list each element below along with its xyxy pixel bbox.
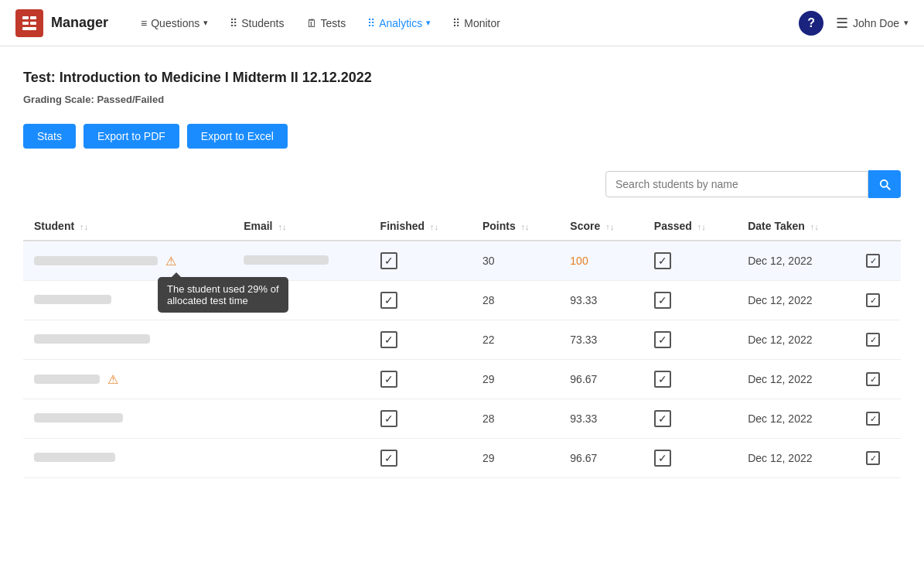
student-placeholder bbox=[34, 413, 123, 422]
finished-cell: ✓ bbox=[370, 360, 472, 399]
action-cell: ✓ bbox=[855, 399, 901, 439]
points-cell: 28 bbox=[472, 399, 559, 439]
stats-button[interactable]: Stats bbox=[23, 124, 76, 149]
passed-cell: ✓ bbox=[643, 399, 737, 439]
email-cell bbox=[233, 399, 369, 439]
email-cell bbox=[233, 439, 369, 478]
col-points[interactable]: Points ↑↓ bbox=[472, 212, 559, 241]
student-name-wrap: ⚠ The student used 29% ofallocated test … bbox=[34, 254, 176, 269]
student-cell: ⚠ The student used 29% ofallocated test … bbox=[23, 241, 233, 281]
date-taken-cell: Dec 12, 2022 bbox=[737, 281, 855, 320]
grading-scale: Grading Scale: Passed/Failed bbox=[23, 94, 901, 105]
export-pdf-button[interactable]: Export to PDF bbox=[84, 124, 179, 149]
action-cell: ✓ bbox=[855, 439, 901, 478]
action-checkbox[interactable]: ✓ bbox=[866, 293, 880, 307]
finished-checkbox: ✓ bbox=[380, 331, 397, 348]
nav-right: ? ☰ John Doe ▾ bbox=[799, 11, 909, 36]
action-checkbox[interactable]: ✓ bbox=[866, 254, 880, 268]
search-button[interactable] bbox=[868, 170, 901, 198]
nav-item-tests[interactable]: 🗓 Tests bbox=[297, 11, 356, 36]
col-passed[interactable]: Passed ↑↓ bbox=[643, 212, 737, 241]
passed-checkbox: ✓ bbox=[654, 292, 671, 309]
points-cell: 29 bbox=[472, 439, 559, 478]
finished-cell: ✓ bbox=[370, 439, 472, 478]
sort-icon-points: ↑↓ bbox=[521, 222, 530, 231]
passed-cell: ✓ bbox=[643, 241, 737, 281]
date-taken-cell: Dec 12, 2022 bbox=[737, 320, 855, 360]
student-placeholder bbox=[34, 256, 158, 265]
finished-checkbox: ✓ bbox=[380, 410, 397, 427]
date-taken-cell: Dec 12, 2022 bbox=[737, 241, 855, 281]
chevron-down-icon: ▾ bbox=[203, 18, 208, 28]
nav-items: ≡ Questions ▾ ⠿ Students 🗓 Tests ⠿ Analy… bbox=[131, 11, 799, 36]
passed-checkbox: ✓ bbox=[654, 331, 671, 348]
svg-rect-3 bbox=[30, 22, 36, 25]
passed-cell: ✓ bbox=[643, 439, 737, 478]
action-buttons: Stats Export to PDF Export to Excel bbox=[23, 124, 901, 149]
action-cell: ✓ bbox=[855, 241, 901, 281]
action-checkbox[interactable]: ✓ bbox=[866, 372, 880, 386]
date-taken-cell: Dec 12, 2022 bbox=[737, 360, 855, 399]
student-cell bbox=[23, 399, 233, 439]
chevron-down-icon-analytics: ▾ bbox=[426, 18, 431, 28]
action-cell: ✓ bbox=[855, 281, 901, 320]
score-cell: 93.33 bbox=[559, 281, 643, 320]
svg-rect-1 bbox=[30, 16, 36, 19]
nav-item-questions[interactable]: ≡ Questions ▾ bbox=[131, 11, 217, 36]
sort-icon-finished: ↑↓ bbox=[430, 222, 438, 231]
sort-icon-passed: ↑↓ bbox=[697, 222, 706, 231]
student-placeholder bbox=[34, 375, 100, 384]
page-title: Test: Introduction to Medicine I Midterm… bbox=[23, 70, 901, 86]
brand-name: Manager bbox=[51, 15, 108, 31]
student-cell: ⚠ bbox=[23, 360, 233, 399]
finished-cell: ✓ bbox=[370, 241, 472, 281]
date-taken-cell: Dec 12, 2022 bbox=[737, 399, 855, 439]
export-excel-button[interactable]: Export to Excel bbox=[187, 124, 288, 149]
questions-icon: ≡ bbox=[141, 17, 147, 29]
monitor-icon: ⠿ bbox=[452, 17, 460, 29]
user-chevron-icon: ▾ bbox=[904, 18, 909, 28]
col-student[interactable]: Student ↑↓ bbox=[23, 212, 233, 241]
finished-checkbox: ✓ bbox=[380, 450, 397, 467]
col-score[interactable]: Score ↑↓ bbox=[559, 212, 643, 241]
student-cell bbox=[23, 281, 233, 320]
col-finished[interactable]: Finished ↑↓ bbox=[370, 212, 472, 241]
email-cell bbox=[233, 320, 369, 360]
points-cell: 22 bbox=[472, 320, 559, 360]
user-menu[interactable]: ☰ John Doe ▾ bbox=[836, 15, 909, 32]
action-checkbox[interactable]: ✓ bbox=[866, 412, 880, 426]
help-button[interactable]: ? bbox=[799, 11, 823, 36]
student-placeholder bbox=[34, 334, 150, 344]
analytics-icon: ⠿ bbox=[367, 17, 375, 29]
email-cell bbox=[233, 241, 369, 281]
warning-icon: ⚠ bbox=[107, 373, 118, 386]
user-name: John Doe bbox=[853, 17, 899, 29]
col-date-taken[interactable]: Date Taken ↑↓ bbox=[737, 212, 855, 241]
passed-cell: ✓ bbox=[643, 320, 737, 360]
student-cell bbox=[23, 320, 233, 360]
email-cell bbox=[233, 360, 369, 399]
passed-cell: ✓ bbox=[643, 360, 737, 399]
action-checkbox[interactable]: ✓ bbox=[866, 451, 880, 465]
students-icon: ⠿ bbox=[230, 17, 237, 29]
date-taken-cell: Dec 12, 2022 bbox=[737, 439, 855, 478]
student-cell bbox=[23, 439, 233, 478]
points-cell: 29 bbox=[472, 360, 559, 399]
tests-icon: 🗓 bbox=[306, 17, 317, 29]
score-cell: 96.67 bbox=[559, 439, 643, 478]
action-checkbox[interactable]: ✓ bbox=[866, 333, 880, 347]
finished-cell: ✓ bbox=[370, 281, 472, 320]
search-input[interactable] bbox=[605, 171, 868, 197]
search-bar bbox=[23, 170, 901, 198]
brand[interactable]: Manager bbox=[15, 9, 108, 37]
finished-cell: ✓ bbox=[370, 399, 472, 439]
passed-checkbox: ✓ bbox=[654, 252, 671, 269]
score-cell: 100 bbox=[559, 241, 643, 281]
score-cell: 96.67 bbox=[559, 360, 643, 399]
nav-item-students[interactable]: ⠿ Students bbox=[220, 11, 293, 36]
nav-item-analytics[interactable]: ⠿ Analytics ▾ bbox=[358, 11, 440, 36]
score-cell: 93.33 bbox=[559, 399, 643, 439]
col-email[interactable]: Email ↑↓ bbox=[233, 212, 369, 241]
nav-item-monitor[interactable]: ⠿ Monitor bbox=[443, 11, 510, 36]
table-row: ✓ 28 93.33 ✓ Dec 12, 2022 ✓ bbox=[23, 399, 901, 439]
